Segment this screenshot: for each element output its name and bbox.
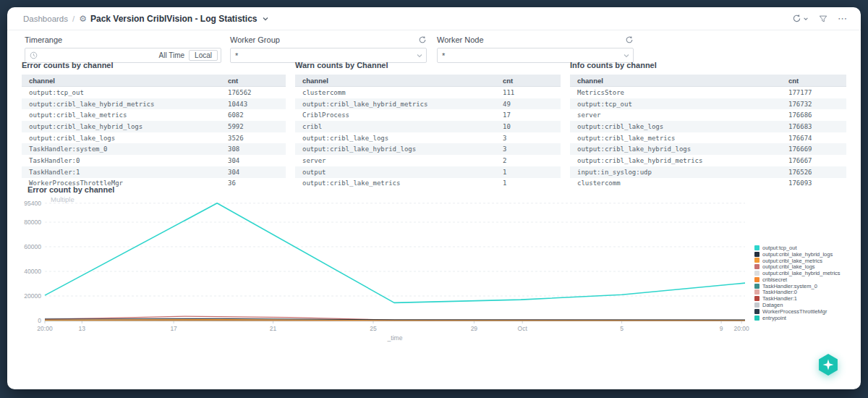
column-header-cnt[interactable]: cnt [788, 77, 846, 85]
table-row: clustercomm176093 [570, 178, 846, 190]
table-title: Error counts by channel [22, 61, 286, 72]
cell-channel: output:cribl_lake_logs [295, 135, 503, 142]
legend-swatch [754, 264, 760, 269]
hexagon-sparkle-icon [817, 353, 839, 376]
table-row: output1 [295, 166, 561, 178]
legend-item[interactable]: Datagen [754, 302, 861, 308]
legend-item[interactable]: output:cribl_lake_logs [754, 263, 861, 270]
more-options-icon[interactable]: ⋯ [838, 13, 848, 24]
worker-group-refresh-icon[interactable] [418, 35, 427, 44]
cell-cnt: 308 [228, 145, 286, 153]
table-row: output:cribl_lake_logs3 [295, 132, 561, 144]
cell-channel: output:cribl_lake_metrics [570, 135, 788, 142]
legend-swatch [754, 284, 760, 289]
count-table: Error counts by channelchannelcntoutput:… [22, 61, 286, 189]
worker-node-refresh-icon[interactable] [625, 35, 634, 44]
cell-cnt: 176093 [788, 179, 846, 187]
table-row: server2 [295, 155, 561, 166]
worker-group-value: * [235, 51, 238, 60]
legend-swatch [754, 245, 760, 250]
table-header-row: channelcnt [570, 75, 846, 87]
cell-cnt: 3 [503, 145, 561, 153]
legend-swatch [754, 289, 760, 295]
cell-channel: output:cribl_lake_hybrid_metrics [570, 157, 788, 164]
breadcrumb-dashboards-link[interactable]: Dashboards [23, 14, 68, 23]
legend-swatch [754, 316, 760, 321]
legend-item[interactable]: entrypoint [754, 315, 861, 321]
table-row: output:cribl_lake_hybrid_logs3 [295, 143, 561, 155]
cell-cnt: 304 [228, 169, 286, 176]
legend-label: WorkerProcessThrottleMgr [762, 308, 827, 315]
column-header-channel[interactable]: channel [22, 77, 228, 85]
table-row: TaskHandler:1304 [22, 166, 286, 178]
worker-node-chevron-down-icon [623, 52, 630, 59]
x-tick-label: 5 [620, 325, 624, 332]
legend-swatch [754, 258, 760, 263]
column-header-channel[interactable]: channel [295, 77, 503, 85]
legend-item[interactable]: output:cribl_lake_metrics [754, 258, 861, 264]
cell-channel: output:cribl_lake_hybrid_metrics [295, 101, 503, 108]
table-row: TaskHandler:0304 [22, 155, 286, 166]
column-header-channel[interactable]: channel [570, 77, 788, 85]
table-row: output:cribl_lake_logs176683 [570, 121, 846, 132]
cell-cnt: 17 [503, 111, 561, 119]
filter-funnel-icon[interactable] [819, 14, 827, 23]
legend-item[interactable]: TaskHandler:system_0 [754, 283, 861, 289]
cell-cnt: 111 [503, 89, 561, 96]
copilot-fab-button[interactable] [816, 353, 841, 378]
cell-channel: output:cribl_lake_logs [570, 123, 788, 130]
column-header-cnt[interactable]: cnt [503, 77, 561, 85]
table-title: Info counts by channel [570, 61, 846, 72]
x-axis-label: _time [387, 334, 403, 342]
table-row: cribl10 [295, 121, 561, 132]
x-tick-label: 21 [270, 325, 277, 332]
cell-cnt: 1 [503, 179, 561, 187]
y-axis-name: Multiple [51, 195, 75, 203]
dashboard-title-chevron-down-icon[interactable] [262, 15, 269, 22]
table-header-row: channelcnt [295, 75, 561, 87]
legend-item[interactable]: WorkerProcessThrottleMgr [754, 308, 861, 315]
legend-label: output:cribl_lake_hybrid_metrics [762, 270, 841, 276]
cell-cnt: 304 [228, 157, 286, 164]
legend-item[interactable]: output:tcp_out [754, 245, 861, 251]
dashboard-card: Dashboards / ⚙ Pack Version CriblVision … [7, 7, 861, 389]
legend-item[interactable]: criblsecret [754, 276, 861, 283]
worker-group-chevron-down-icon [416, 52, 423, 59]
legend-item[interactable]: output:cribl_lake_hybrid_metrics [754, 270, 861, 276]
legend-label: Datagen [762, 302, 783, 308]
legend-swatch [754, 271, 760, 276]
column-header-cnt[interactable]: cnt [228, 77, 286, 85]
legend-label: output:cribl_lake_metrics [762, 258, 822, 264]
refresh-dashboard-icon[interactable] [792, 14, 809, 23]
legend-item[interactable]: TaskHandler:1 [754, 295, 861, 302]
legend-label: output:cribl_lake_logs [762, 263, 815, 270]
cell-cnt: 2 [503, 157, 561, 164]
cell-channel: output:cribl_lake_hybrid_logs [570, 145, 788, 153]
cell-cnt: 176562 [228, 89, 286, 96]
top-bar: Dashboards / ⚙ Pack Version CriblVision … [7, 7, 861, 30]
count-table: Warn counts by Channelchannelcntclusterc… [295, 61, 561, 189]
timezone-local-button[interactable]: Local [189, 50, 218, 61]
cell-channel: cribl [295, 123, 503, 130]
legend-item[interactable]: TaskHandler:0 [754, 289, 861, 296]
legend-item[interactable]: output:cribl_lake_hybrid_logs [754, 251, 861, 258]
cell-cnt: 36 [228, 179, 286, 187]
timerange-filter: Timerange All Time Local [25, 35, 221, 63]
legend-swatch [754, 302, 760, 308]
legend-swatch [754, 296, 760, 301]
cell-cnt: 176686 [788, 111, 846, 119]
cell-channel: TaskHandler:0 [22, 157, 228, 164]
breadcrumb-separator: / [72, 14, 75, 23]
legend-swatch [754, 252, 760, 257]
table-row: output:cribl_lake_hybrid_logs5992 [22, 121, 286, 132]
table-row: input:in_syslog:udp176526 [570, 166, 846, 178]
x-tick-label: 20:00 [37, 325, 53, 332]
cell-channel: TaskHandler:system_0 [22, 145, 228, 153]
table-title: Warn counts by Channel [295, 61, 561, 72]
table-row: server176686 [570, 109, 846, 121]
cell-channel: input:in_syslog:udp [570, 169, 788, 176]
cell-channel: CriblProcess [295, 111, 503, 119]
table-row: clustercomm111 [295, 87, 561, 98]
table-row: output:cribl_lake_hybrid_logs176669 [570, 143, 846, 155]
cell-channel: output:cribl_lake_hybrid_logs [295, 145, 503, 153]
